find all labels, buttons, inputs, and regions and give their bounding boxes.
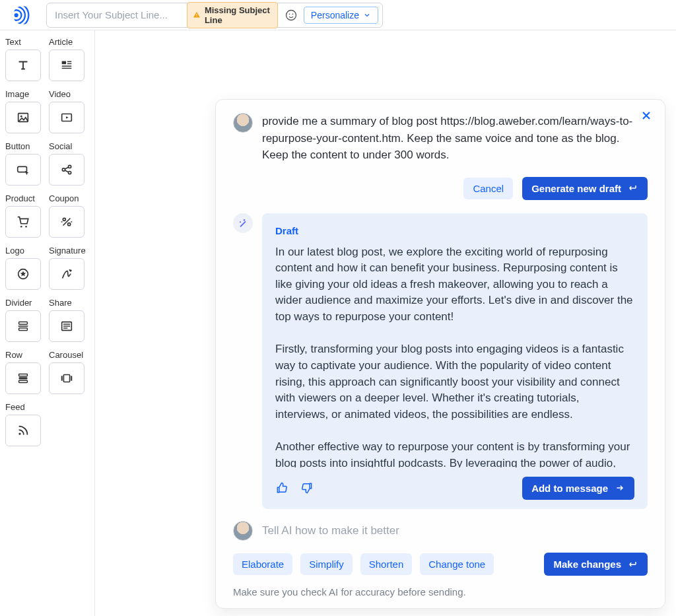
svg-rect-35 — [19, 380, 28, 382]
cancel-button[interactable]: Cancel — [463, 178, 513, 199]
svg-rect-32 — [63, 327, 67, 328]
sidebar-item-label: Signature — [49, 246, 88, 256]
sidebar-item-coupon[interactable]: Coupon — [49, 193, 88, 238]
topbar: Missing Subject Line Personalize — [0, 0, 676, 30]
thumbs-up-icon — [275, 481, 288, 495]
feedback-thumbs — [275, 481, 314, 495]
svg-rect-5 — [196, 14, 197, 15]
sidebar-item-label: Carousel — [49, 350, 88, 360]
chip-elaborate[interactable]: Elaborate — [233, 553, 292, 575]
elements-sidebar: TextArticleImageVideoButtonSocialProduct… — [0, 30, 95, 616]
chip-shorten[interactable]: Shorten — [360, 553, 413, 575]
sidebar-item-product[interactable]: Product — [5, 193, 45, 238]
feed-icon[interactable] — [5, 415, 41, 446]
close-button[interactable] — [640, 109, 653, 124]
thumbs-down-button[interactable] — [300, 481, 314, 495]
add-to-message-button[interactable]: Add to message — [522, 477, 634, 500]
svg-point-22 — [20, 226, 22, 228]
draft-card: Draft In our latest blog post, we explor… — [262, 213, 648, 509]
sidebar-item-logo[interactable]: Logo — [5, 246, 45, 290]
sidebar-item-row[interactable]: Row — [5, 350, 45, 394]
suggestion-chips-row: Elaborate Simplify Shorten Change tone M… — [233, 553, 648, 576]
sidebar-item-image[interactable]: Image — [5, 89, 45, 133]
sidebar-item-label: Social — [49, 141, 88, 151]
svg-rect-10 — [62, 61, 66, 65]
make-changes-label: Make changes — [553, 559, 621, 570]
sidebar-item-label: Image — [5, 89, 45, 99]
svg-rect-12 — [67, 63, 71, 64]
svg-rect-36 — [63, 375, 69, 382]
carousel-icon[interactable] — [49, 362, 84, 394]
image-icon[interactable] — [5, 102, 41, 133]
sidebar-item-label: Article — [49, 37, 88, 47]
sidebar-item-feed[interactable]: Feed — [5, 402, 45, 446]
user-avatar — [233, 113, 253, 133]
thumbs-up-button[interactable] — [275, 481, 288, 495]
svg-point-24 — [63, 218, 65, 221]
personalize-button[interactable]: Personalize — [304, 7, 378, 24]
sidebar-item-article[interactable]: Article — [49, 37, 88, 81]
sidebar-item-label: Divider — [5, 298, 45, 308]
button-icon[interactable] — [5, 154, 41, 186]
sidebar-item-video[interactable]: Video — [49, 89, 88, 133]
make-changes-button[interactable]: Make changes — [544, 553, 648, 576]
sidebar-item-label: Row — [5, 350, 45, 360]
user-avatar — [233, 521, 253, 541]
product-icon[interactable] — [5, 206, 41, 238]
svg-rect-38 — [71, 376, 72, 380]
sidebar-item-label: Share — [49, 298, 88, 308]
signature-icon[interactable] — [49, 258, 84, 290]
text-icon[interactable] — [5, 50, 41, 81]
svg-rect-33 — [19, 374, 28, 376]
generate-new-draft-button[interactable]: Generate new draft — [522, 177, 648, 200]
svg-rect-30 — [63, 324, 70, 324]
brand-logo[interactable] — [5, 6, 40, 24]
user-prompt-text: provide me a summary of blog post https:… — [262, 113, 648, 164]
sidebar-item-text[interactable]: Text — [5, 37, 45, 81]
divider-icon[interactable] — [5, 310, 41, 342]
svg-rect-13 — [62, 65, 72, 66]
draft-row: Draft In our latest blog post, we explor… — [233, 213, 648, 510]
sidebar-item-divider[interactable]: Divider — [5, 298, 45, 342]
thumbs-down-icon — [300, 481, 314, 495]
article-icon[interactable] — [49, 50, 84, 81]
svg-rect-27 — [19, 322, 28, 325]
svg-rect-34 — [19, 377, 28, 379]
sidebar-item-label: Text — [5, 37, 45, 47]
draft-body-text: In our latest blog post, we explore the … — [275, 244, 634, 467]
chip-change-tone[interactable]: Change tone — [420, 553, 494, 575]
ai-assistant-panel: provide me a summary of blog post https:… — [215, 99, 665, 609]
svg-point-23 — [25, 226, 27, 228]
add-to-message-label: Add to message — [531, 483, 608, 494]
chip-simplify[interactable]: Simplify — [300, 553, 353, 575]
smile-icon — [285, 9, 298, 22]
emoji-button[interactable] — [283, 6, 298, 24]
svg-point-25 — [68, 223, 71, 226]
enter-icon — [628, 183, 638, 193]
magic-wand-icon — [238, 218, 248, 228]
sidebar-item-social[interactable]: Social — [49, 141, 88, 186]
draft-footer: Add to message — [275, 477, 634, 500]
sidebar-item-share[interactable]: Share — [49, 298, 88, 342]
social-icon[interactable] — [49, 154, 84, 186]
sidebar-item-carousel[interactable]: Carousel — [49, 350, 88, 394]
sidebar-item-label: Coupon — [49, 193, 88, 203]
personalize-label: Personalize — [311, 10, 359, 20]
row-icon[interactable] — [5, 362, 41, 394]
svg-rect-6 — [196, 16, 197, 17]
sidebar-item-label: Product — [5, 193, 45, 203]
svg-rect-37 — [61, 376, 63, 380]
video-icon[interactable] — [49, 102, 84, 133]
user-prompt-row: provide me a summary of blog post https:… — [233, 113, 648, 164]
sidebar-item-button[interactable]: Button — [5, 141, 45, 186]
sidebar-item-signature[interactable]: Signature — [49, 246, 88, 290]
missing-subject-label: Missing Subject Line — [205, 5, 273, 25]
subject-input[interactable] — [53, 9, 182, 21]
logo-icon[interactable] — [5, 258, 41, 290]
coupon-icon[interactable] — [49, 206, 84, 238]
sidebar-item-label: Feed — [5, 402, 45, 412]
close-icon — [640, 109, 653, 122]
ai-icon-badge — [233, 213, 253, 233]
share-icon[interactable] — [49, 310, 84, 342]
followup-input[interactable]: Tell AI how to make it better — [262, 524, 399, 537]
